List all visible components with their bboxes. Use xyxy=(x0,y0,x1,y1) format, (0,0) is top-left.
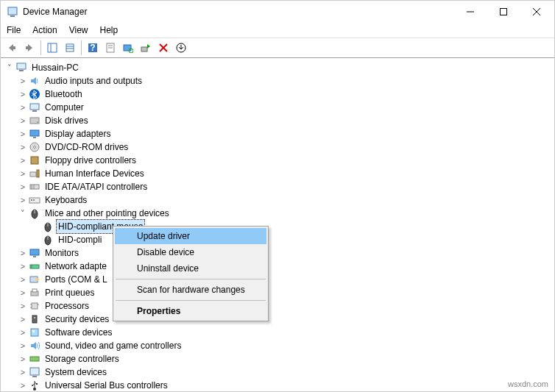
tree-label: Computer xyxy=(43,101,85,114)
svg-rect-56 xyxy=(32,303,38,309)
expand-icon[interactable]: > xyxy=(17,154,29,166)
tree-item-dvd-drives[interactable]: >DVD/CD-ROM drives xyxy=(2,140,553,154)
window-title: Device Manager xyxy=(23,7,453,17)
tree-label: Sound, video and game controllers xyxy=(43,339,183,352)
tree-item-disk-drives[interactable]: >Disk drives xyxy=(2,114,553,127)
expand-icon[interactable]: > xyxy=(17,327,29,338)
tree-item-storage-controllers[interactable]: >Storage controllers xyxy=(2,352,553,366)
menu-update-driver[interactable]: Update driver xyxy=(115,228,266,244)
tree-item-monitors[interactable]: >Monitors xyxy=(2,246,553,260)
hid-mouse-2-icon xyxy=(42,234,54,246)
tree-label: Print queues xyxy=(43,286,96,299)
forward-button[interactable] xyxy=(21,40,38,56)
tree-item-keyboards[interactable]: >Keyboards xyxy=(2,193,553,207)
ports-icon xyxy=(29,274,40,285)
expand-icon[interactable]: > xyxy=(17,101,29,113)
collapse-icon[interactable]: ˅ xyxy=(17,207,29,219)
menu-scan-hardware[interactable]: Scan for hardware changes xyxy=(115,282,266,298)
back-button[interactable] xyxy=(4,40,20,56)
tree-item-usb-controllers[interactable]: >Universal Serial Bus controllers xyxy=(2,379,553,392)
tree-item-system-devices[interactable]: >System devices xyxy=(2,366,553,379)
expand-icon[interactable]: > xyxy=(17,128,29,140)
print-queues-icon xyxy=(29,287,40,299)
expand-icon[interactable]: > xyxy=(17,247,29,259)
expand-icon[interactable]: > xyxy=(17,287,29,299)
computer-icon xyxy=(29,101,40,113)
menu-properties[interactable]: Properties xyxy=(115,303,266,319)
menu-view[interactable]: View xyxy=(69,25,88,35)
menu-help[interactable]: Help xyxy=(100,25,119,35)
tree-item-ports[interactable]: >Ports (COM & L xyxy=(2,273,553,286)
tree-item-ide-controllers[interactable]: >IDE ATA/ATAPI controllers xyxy=(2,180,553,193)
tree-item-security-devices[interactable]: >Security devices xyxy=(2,313,553,326)
expand-icon[interactable]: > xyxy=(17,313,29,325)
tree-item-processors[interactable]: >Processors xyxy=(2,299,553,313)
tree-item-network-adapters[interactable]: >Network adapte xyxy=(2,260,553,273)
tree-item-hid-mouse-1[interactable]: HID-compliant mouse xyxy=(2,220,553,233)
menu-file[interactable]: File xyxy=(7,25,21,35)
svg-point-53 xyxy=(36,278,39,281)
svg-rect-40 xyxy=(31,199,32,201)
minimize-button[interactable] xyxy=(453,1,487,23)
maximize-button[interactable] xyxy=(487,1,520,23)
tree-label: Human Interface Devices xyxy=(43,167,146,180)
expand-icon[interactable]: > xyxy=(17,300,29,312)
expand-icon[interactable]: > xyxy=(17,181,29,193)
uninstall-button[interactable] xyxy=(173,40,189,56)
svg-rect-22 xyxy=(17,63,26,69)
expand-icon[interactable]: > xyxy=(17,379,29,391)
show-hide-console-button[interactable] xyxy=(44,40,60,56)
svg-rect-49 xyxy=(33,256,36,257)
tree-item-sound-controllers[interactable]: >Sound, video and game controllers xyxy=(2,339,553,352)
tree-label: Keyboards xyxy=(43,193,88,207)
menu-disable-device[interactable]: Disable device xyxy=(115,244,266,260)
svg-rect-29 xyxy=(30,130,39,136)
expand-icon[interactable]: > xyxy=(17,168,29,179)
expand-icon[interactable]: > xyxy=(17,340,29,352)
svg-rect-3 xyxy=(500,9,506,15)
tree-label: Audio inputs and outputs xyxy=(43,74,144,88)
tree-label: Universal Serial Bus controllers xyxy=(43,379,169,392)
tree-item-mice[interactable]: ˅Mice and other pointing devices xyxy=(2,207,553,220)
menu-disable-label: Disable device xyxy=(137,247,194,257)
expand-icon[interactable]: > xyxy=(17,274,29,285)
expand-icon[interactable]: > xyxy=(17,366,29,378)
expand-icon[interactable]: > xyxy=(17,141,29,153)
expand-icon[interactable]: > xyxy=(17,260,29,272)
svg-point-61 xyxy=(34,317,35,318)
tree-label: Floppy drive controllers xyxy=(43,154,138,167)
expand-icon[interactable]: > xyxy=(17,194,29,206)
expand-icon[interactable]: > xyxy=(17,88,29,100)
tree-item-software-devices[interactable]: >Software devices xyxy=(2,326,553,339)
tree-item-display-adapters[interactable]: >Display adapters xyxy=(2,127,553,140)
spacer xyxy=(30,234,42,246)
expand-icon[interactable]: > xyxy=(17,115,29,126)
tree-item-bluetooth[interactable]: >Bluetooth xyxy=(2,88,553,101)
expand-icon[interactable]: > xyxy=(17,75,29,87)
scan-hardware-button[interactable] xyxy=(120,40,136,56)
menu-uninstall-device[interactable]: Uninstall device xyxy=(115,260,266,277)
menu-action[interactable]: Action xyxy=(32,25,57,35)
tree-item-computer[interactable]: >Computer xyxy=(2,101,553,114)
export-list-button[interactable] xyxy=(62,40,78,56)
menu-uninstall-label: Uninstall device xyxy=(137,263,199,274)
processors-icon xyxy=(29,300,40,312)
update-driver-button[interactable] xyxy=(138,40,154,56)
tree-label: Network adapte xyxy=(43,260,108,273)
expand-icon[interactable]: > xyxy=(17,353,29,365)
device-tree[interactable]: ˅ Hussain-PC >Audio inputs and outputs>B… xyxy=(1,58,554,392)
collapse-icon[interactable]: ˅ xyxy=(4,62,15,74)
tree-root[interactable]: ˅ Hussain-PC xyxy=(2,61,553,74)
disable-button[interactable] xyxy=(155,40,172,56)
tree-item-audio-inputs[interactable]: >Audio inputs and outputs xyxy=(2,74,553,88)
toolbar: ? xyxy=(1,38,554,58)
tree-item-hid-devices[interactable]: >Human Interface Devices xyxy=(2,167,553,180)
tree-item-print-queues[interactable]: >Print queues xyxy=(2,286,553,299)
tree-item-hid-mouse-2[interactable]: HID-compli xyxy=(2,233,553,246)
close-button[interactable] xyxy=(520,1,553,23)
software-devices-icon xyxy=(29,327,40,338)
properties-button[interactable] xyxy=(102,40,119,56)
help-button[interactable]: ? xyxy=(85,40,101,56)
svg-point-32 xyxy=(34,146,36,149)
tree-item-floppy-controllers[interactable]: >Floppy drive controllers xyxy=(2,154,553,167)
